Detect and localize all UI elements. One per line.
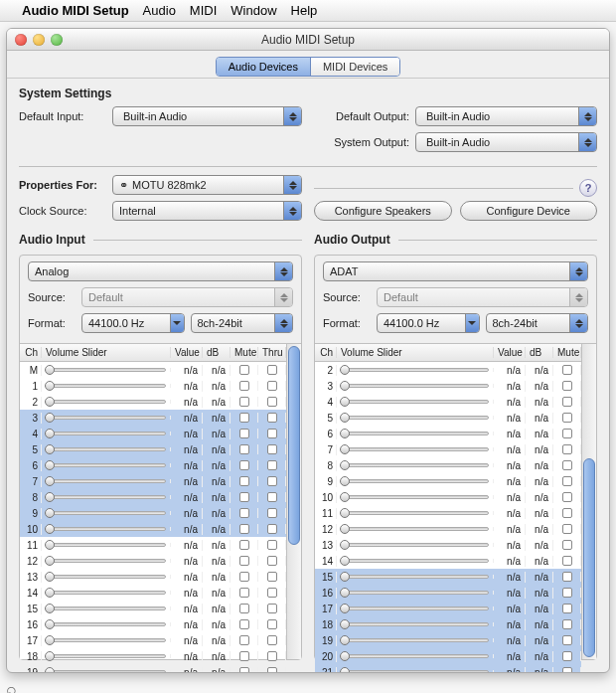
channel-row[interactable]: 19n/an/a [20,664,286,673]
volume-slider[interactable] [42,559,171,563]
output-format-hz-select[interactable]: 44100.0 Hz [377,313,480,333]
thru-checkbox[interactable] [258,429,286,438]
volume-slider[interactable] [42,591,171,595]
volume-slider[interactable] [337,495,494,499]
thru-checkbox[interactable] [258,604,286,613]
thru-checkbox[interactable] [258,492,286,502]
channel-row[interactable]: 7n/an/a [315,441,581,457]
output-type-select[interactable]: ADAT [323,261,588,281]
mute-checkbox[interactable] [553,508,581,518]
close-icon[interactable] [15,34,27,46]
channel-row[interactable]: 6n/an/a [20,457,286,473]
volume-slider[interactable] [337,479,494,483]
volume-slider[interactable] [42,575,171,579]
menu-help[interactable]: Help [291,3,318,18]
thru-checkbox[interactable] [258,508,286,518]
col-value[interactable]: Value [494,347,526,358]
volume-slider[interactable] [337,463,494,467]
channel-row[interactable]: 9n/an/a [315,473,581,489]
volume-slider[interactable] [42,670,171,673]
channel-row[interactable]: 3n/an/a [315,378,581,394]
channel-row[interactable]: 15n/an/a [315,569,581,585]
volume-slider[interactable] [337,543,494,547]
channel-row[interactable]: Mn/an/a [20,362,286,378]
thru-checkbox[interactable] [258,651,286,661]
volume-slider[interactable] [42,432,171,435]
channel-row[interactable]: 21n/an/a [315,664,581,673]
thru-checkbox[interactable] [258,365,286,375]
mute-checkbox[interactable] [553,619,581,629]
mute-checkbox[interactable] [231,588,258,598]
channel-row[interactable]: 7n/an/a [20,473,286,489]
channel-row[interactable]: 9n/an/a [20,505,286,521]
channel-row[interactable]: 12n/an/a [315,521,581,537]
volume-slider[interactable] [42,447,171,451]
mute-checkbox[interactable] [553,651,581,661]
volume-slider[interactable] [42,479,171,483]
mute-checkbox[interactable] [231,397,258,407]
channel-row[interactable]: 13n/an/a [315,537,581,553]
volume-slider[interactable] [42,511,171,515]
thru-checkbox[interactable] [258,572,286,582]
channel-row[interactable]: 1n/an/a [20,378,286,394]
thru-checkbox[interactable] [258,667,286,673]
channel-row[interactable]: 8n/an/a [20,489,286,505]
thru-checkbox[interactable] [258,588,286,598]
channel-row[interactable]: 17n/an/a [315,601,581,616]
channel-row[interactable]: 2n/an/a [20,394,286,410]
default-output-select[interactable]: Built-in Audio [415,106,597,126]
mute-checkbox[interactable] [553,604,581,613]
volume-slider[interactable] [42,543,171,547]
menu-midi[interactable]: MIDI [190,3,217,18]
input-type-select[interactable]: Analog [28,261,293,281]
mute-checkbox[interactable] [553,492,581,502]
col-mute[interactable]: Mute [231,347,258,358]
col-ch[interactable]: Ch [315,347,337,358]
volume-slider[interactable] [337,575,494,579]
titlebar[interactable]: Audio MIDI Setup [7,29,609,51]
output-format-ch-select[interactable]: 8ch-24bit [486,313,589,333]
volume-slider[interactable] [42,622,171,626]
mute-checkbox[interactable] [231,413,258,423]
channel-row[interactable]: 16n/an/a [315,585,581,601]
volume-slider[interactable] [337,384,494,388]
mute-checkbox[interactable] [231,619,258,629]
thru-checkbox[interactable] [258,381,286,391]
configure-speakers-button[interactable]: Configure Speakers [314,201,452,221]
volume-slider[interactable] [337,638,494,642]
mute-checkbox[interactable] [231,604,258,613]
channel-row[interactable]: 19n/an/a [315,632,581,648]
menu-window[interactable]: Window [231,3,276,18]
mute-checkbox[interactable] [231,476,258,486]
volume-slider[interactable] [42,527,171,531]
mute-checkbox[interactable] [553,365,581,375]
mute-checkbox[interactable] [231,540,258,550]
mute-checkbox[interactable] [231,381,258,391]
col-db[interactable]: dB [526,347,553,358]
configure-device-button[interactable]: Configure Device [460,201,598,221]
mute-checkbox[interactable] [553,476,581,486]
mute-checkbox[interactable] [553,460,581,470]
channel-row[interactable]: 4n/an/a [315,394,581,410]
thru-checkbox[interactable] [258,413,286,423]
thru-checkbox[interactable] [258,619,286,629]
volume-slider[interactable] [42,384,171,388]
volume-slider[interactable] [337,559,494,563]
thru-checkbox[interactable] [258,397,286,407]
channel-row[interactable]: 13n/an/a [20,569,286,585]
volume-slider[interactable] [42,416,171,420]
volume-slider[interactable] [42,495,171,499]
menu-app[interactable]: Audio MIDI Setup [22,3,129,18]
col-db[interactable]: dB [203,347,231,358]
volume-slider[interactable] [337,527,494,531]
channel-row[interactable]: 12n/an/a [20,553,286,569]
col-thru[interactable]: Thru [258,347,286,358]
input-format-hz-select[interactable]: 44100.0 Hz [81,313,185,333]
mute-checkbox[interactable] [231,572,258,582]
col-mute[interactable]: Mute [553,347,581,358]
mute-checkbox[interactable] [553,635,581,645]
channel-row[interactable]: 8n/an/a [315,457,581,473]
channel-row[interactable]: 14n/an/a [315,553,581,569]
tab-audio-devices[interactable]: Audio Devices [217,58,310,76]
output-scrollbar[interactable] [581,344,596,659]
